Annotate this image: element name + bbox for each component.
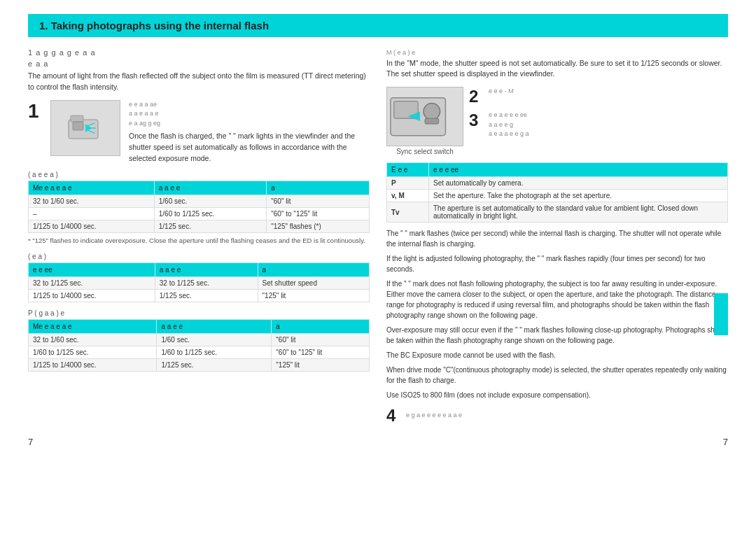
body-text-1: If the light is adjusted following photo… [386, 253, 728, 274]
step3-text: e e a e e e ee a a e e g a e a a e e g a [489, 111, 529, 139]
page-header: 1. Taking photographs using the internal… [28, 14, 728, 37]
exposure-table: E e e e e e ee P Set automatically by ca… [386, 162, 728, 223]
step4-block: 4 e g a e e e e e a a e [386, 406, 728, 426]
steps-right: 2 e e e - M 3 e e a e e e ee a a e e g a… [469, 87, 529, 139]
body-text-3: Over-exposure may still occur even if th… [386, 325, 728, 346]
table1-header-1: a a e e [154, 181, 266, 195]
table-row: P Set automatically by camera. [387, 177, 728, 190]
section-label: 1 a g g a g e a a [28, 48, 370, 57]
table2-header-0: e e ee [29, 262, 155, 276]
table1-header-2: a [267, 181, 370, 195]
table2-header-1: a a e e [155, 262, 258, 276]
table3: Me e a e a e a a e e a 32 to 1/60 sec. 1… [28, 319, 370, 372]
step2-number: 2 [469, 87, 483, 106]
body-text-6: Use ISO25 to 800 film (does not include … [386, 390, 728, 400]
body-text-5: When drive mode "C"(continuous photograp… [386, 365, 728, 386]
section-label2: e a a [28, 59, 370, 68]
body-texts: The " " mark flashes (twice per second) … [386, 228, 728, 400]
table3-header-2: a [272, 319, 370, 333]
step1-image [50, 100, 120, 156]
table-row: 32 to 1/60 sec. 1/60 sec. "60" lit [29, 333, 370, 346]
body-text-2: If the " " mark does not flash following… [386, 279, 728, 321]
page-number-right: 7 [723, 437, 728, 447]
footnote1: * "125" flashes to indicate overexposure… [28, 236, 370, 245]
table-row: v, M Set the aperture. Take the photogra… [387, 190, 728, 202]
intro-text: The amount of light from the flash refle… [28, 71, 370, 93]
table3-header-0: Me e a e a e [29, 319, 157, 333]
svg-rect-1 [71, 115, 83, 122]
table2-header-2: a [258, 262, 369, 276]
step1-block: 1 e e a a ae a a e a a e [28, 100, 370, 164]
body-text-0: The " " mark flashes (twice per second) … [386, 228, 728, 249]
table-row: 1/60 to 1/125 sec. 1/60 to 1/125 sec. "6… [29, 346, 370, 358]
sync-label: Sync select switch [386, 148, 463, 155]
step2-text: e e e - M [489, 87, 514, 97]
left-column: 1 a g g a g e a a e a a The amount of li… [28, 48, 370, 426]
step2-item: 2 e e e - M [469, 87, 529, 106]
step1-number: 1 [28, 100, 42, 122]
sync-block: Sync select switch 2 e e e - M 3 e e a e… [386, 87, 728, 155]
step3-number: 3 [469, 111, 483, 130]
right-column: M ( e a ) e In the "M" mode, the shutter… [386, 48, 728, 426]
step4-number: 4 [386, 406, 400, 426]
blue-accent-bar [714, 293, 728, 335]
m-mode-section: M ( e a ) e In the "M" mode, the shutter… [386, 48, 728, 80]
m-mode-text1: In the "M" mode, the shutter speed is no… [386, 58, 728, 69]
page-numbers: 7 7 [28, 437, 728, 447]
table-row: – 1/60 to 1/125 sec. "60" to "125" lit [29, 208, 370, 220]
table1-header-0: Me e a e a e [29, 181, 155, 195]
step4-text: e g a e e e e e a a e [406, 406, 462, 419]
table3-title: P ( g a a ) e [28, 309, 370, 317]
m-mode-title: M ( e a ) e [386, 48, 728, 58]
table3-section: P ( g a a ) e Me e a e a e a a e e a 32 … [28, 309, 370, 372]
table1-title: ( a e e a ) [28, 171, 370, 178]
sync-image [386, 87, 463, 146]
table-row: 1/125 to 1/4000 sec. 1/125 sec. "125" li… [29, 358, 370, 371]
body-text-4: The BC Exposure mode cannot be used with… [386, 350, 728, 360]
table2: e e ee a a e e a 32 to 1/125 sec. 32 to … [28, 262, 370, 302]
exp-header-1: e e e ee [429, 163, 728, 177]
svg-rect-2 [73, 122, 83, 130]
step1-text: e e a a ae a a e a a e e a ag g eg Once … [129, 100, 370, 164]
table-row: 1/125 to 1/4000 sec. 1/125 sec. "125" fl… [29, 220, 370, 233]
page-number-left: 7 [28, 437, 33, 447]
table-row: 1/125 to 1/4000 sec. 1/125 sec. "125" li… [29, 289, 370, 302]
m-mode-text2: The set shutter speed is displayed in th… [386, 69, 728, 80]
table1: Me e a e a e a a e e a 32 to 1/60 sec. 1… [28, 181, 370, 233]
exp-header-0: E e e [387, 163, 429, 177]
step3-item: 3 e e a e e e ee a a e e g a e a a e e g… [469, 111, 529, 139]
exposure-table-section: E e e e e e ee P Set automatically by ca… [386, 162, 728, 223]
table-row: 32 to 1/60 sec. 1/60 sec. "60" lit [29, 195, 370, 208]
svg-point-9 [424, 103, 440, 120]
table2-section: ( e a ) e e ee a a e e a 32 to 1/125 sec… [28, 253, 370, 302]
table-row: Tv The aperture is set automatically to … [387, 202, 728, 223]
table1-section: ( a e e a ) Me e a e a e a a e e a 32 to… [28, 171, 370, 245]
table2-title: ( e a ) [28, 253, 370, 260]
table3-header-1: a a e e [157, 319, 272, 333]
svg-rect-10 [425, 118, 439, 124]
table-row: 32 to 1/125 sec. 32 to 1/125 sec. Set sh… [29, 276, 370, 289]
